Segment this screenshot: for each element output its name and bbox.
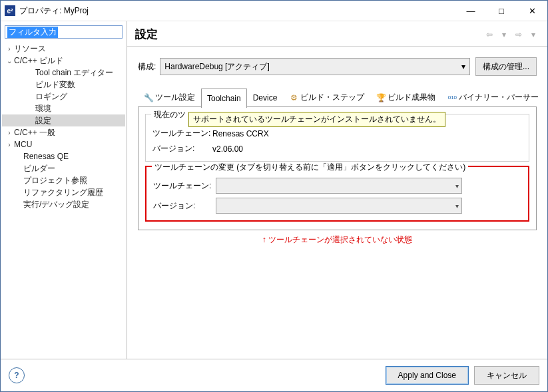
change-toolchain-label: ツールチェーン:: [153, 180, 213, 192]
tree-item-label: プロジェクト参照: [23, 175, 87, 186]
tree-item[interactable]: Renesas QE: [2, 150, 125, 162]
filter-input[interactable]: フィルタ入力: [5, 25, 123, 39]
current-toolchain-group-title: 現在のツ: [151, 109, 188, 120]
tab-label: ビルド・ステップ: [300, 92, 364, 103]
tree-item[interactable]: ⌄C/C++ ビルド: [2, 55, 125, 67]
page-title: 設定: [135, 27, 483, 42]
tab-label: Toolchain: [207, 94, 241, 103]
change-toolchain-group-title: ツールチェーンの変更 (タブを切り替える前に「適用」ボタンをクリックしてください…: [152, 162, 468, 173]
tree-item-label: ロギング: [35, 91, 67, 102]
maximize-button[interactable]: □: [486, 1, 517, 21]
config-select[interactable]: HardwareDebug [アクティブ] ▾: [160, 58, 470, 75]
tree-item[interactable]: 環境: [2, 102, 125, 114]
tab[interactable]: Device: [247, 88, 284, 107]
chevron-down-icon: ▾: [461, 62, 465, 71]
tab-label: ビルド成果物: [388, 92, 435, 103]
change-version-label: バージョン:: [153, 200, 213, 212]
tree-expander-icon[interactable]: ›: [5, 129, 14, 136]
tab-label: ツール設定: [155, 92, 195, 103]
tree-item[interactable]: 実行/デバッグ設定: [2, 198, 125, 210]
tree-item[interactable]: 設定: [2, 114, 125, 126]
apply-and-close-button[interactable]: Apply and Close: [386, 366, 469, 385]
tree-item-label: 環境: [35, 103, 51, 114]
help-icon[interactable]: ?: [9, 367, 25, 383]
sidebar: フィルタ入力 ›リソース⌄C/C++ ビルドTool chain エディタービル…: [1, 21, 127, 359]
annotation-note: ↑ ツールチェーンが選択されていない状態: [138, 234, 537, 246]
tree-item[interactable]: ロギング: [2, 91, 125, 102]
nav-fwd-icon[interactable]: ⇨: [513, 29, 525, 41]
close-button[interactable]: ✕: [517, 1, 547, 21]
tab[interactable]: ⚙ビルド・ステップ: [283, 88, 370, 107]
config-label: 構成:: [138, 61, 156, 73]
nav-back-icon[interactable]: ⇦: [483, 29, 495, 41]
tree-item-label: 設定: [35, 115, 51, 126]
nav-dropdown2-icon[interactable]: ▾: [527, 29, 539, 41]
tab-icon: 010: [447, 93, 457, 102]
tree-item[interactable]: ›MCU: [2, 138, 125, 150]
tree-item[interactable]: プロジェクト参照: [2, 174, 125, 186]
tab-label: Device: [253, 93, 278, 102]
category-tree[interactable]: ›リソース⌄C/C++ ビルドTool chain エディタービルド変数ロギング…: [2, 43, 125, 210]
tree-item-label: C/C++ ビルド: [14, 55, 63, 67]
tree-item-label: ビルダー: [23, 163, 55, 174]
tab-icon: ⚙: [289, 93, 298, 102]
cancel-button[interactable]: キャンセル: [474, 366, 539, 385]
tree-expander-icon[interactable]: ›: [5, 45, 14, 53]
titlebar: e² プロパティ: MyProj — □ ✕: [1, 1, 547, 21]
change-toolchain-select[interactable]: ▾: [216, 178, 462, 194]
window-title: プロパティ: MyProj: [19, 5, 455, 17]
tree-item[interactable]: Tool chain エディター: [2, 67, 125, 79]
tree-item-label: リソース: [14, 43, 46, 55]
tree-item-label: Tool chain エディター: [35, 67, 113, 79]
current-version-value: v2.06.00: [212, 144, 243, 154]
tree-item[interactable]: ビルダー: [2, 162, 125, 174]
tab-icon: 🔧: [144, 93, 153, 102]
tree-item-label: 実行/デバッグ設定: [23, 199, 89, 210]
tree-item-label: Renesas QE: [23, 152, 69, 161]
tab-label: バイナリー・パーサー: [459, 92, 539, 103]
tab[interactable]: 🔧ツール設定: [138, 88, 201, 107]
minimize-button[interactable]: —: [455, 1, 486, 21]
tree-expander-icon[interactable]: ›: [5, 141, 14, 148]
filter-placeholder: フィルタ入力: [7, 27, 58, 38]
current-toolchain-value: Renesas CCRX: [212, 129, 269, 138]
app-icon: e²: [5, 5, 15, 16]
tree-item-label: MCU: [14, 140, 32, 149]
tab[interactable]: 010バイナリー・パーサー: [441, 88, 545, 107]
current-version-label: バージョン:: [152, 143, 212, 154]
change-version-select[interactable]: ▾: [216, 198, 462, 214]
tree-item[interactable]: ›リソース: [2, 43, 125, 55]
config-manage-button[interactable]: 構成の管理...: [475, 57, 537, 76]
tab-icon: 🏆: [376, 93, 386, 102]
chevron-down-icon: ▾: [455, 202, 459, 210]
current-toolchain-label: ツールチェーン:: [152, 128, 212, 139]
nav-dropdown-icon[interactable]: ▾: [498, 29, 510, 41]
tab[interactable]: 🏆ビルド成果物: [370, 88, 441, 107]
tab[interactable]: Toolchain: [201, 89, 247, 108]
tab[interactable]: ⊘エラ: [545, 88, 548, 107]
tree-item[interactable]: ›C/C++ 一般: [2, 126, 125, 138]
toolchain-tooltip: サポートされているツールチェーンがインストールされていません。: [188, 112, 445, 127]
tree-item-label: C/C++ 一般: [14, 127, 55, 138]
chevron-down-icon: ▾: [455, 182, 459, 190]
tree-item-label: リファクタリング履歴: [23, 187, 103, 198]
config-value: HardwareDebug [アクティブ]: [164, 61, 269, 73]
tree-item[interactable]: ビルド変数: [2, 79, 125, 91]
tree-expander-icon[interactable]: ⌄: [5, 57, 14, 65]
tree-item[interactable]: リファクタリング履歴: [2, 186, 125, 198]
tabbar: 🔧ツール設定ToolchainDevice⚙ビルド・ステップ🏆ビルド成果物010…: [138, 88, 537, 107]
tree-item-label: ビルド変数: [35, 79, 75, 91]
